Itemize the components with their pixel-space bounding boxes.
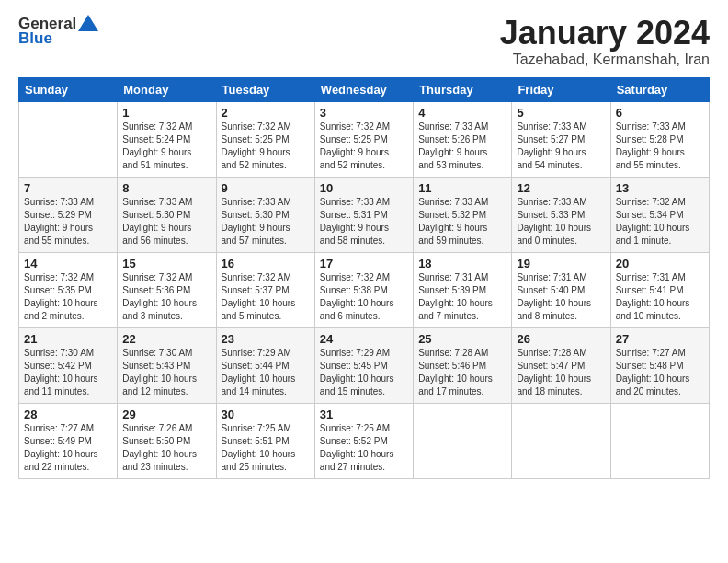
day-number: 9 xyxy=(222,181,310,195)
day-number: 13 xyxy=(616,181,704,195)
table-row: 23Sunrise: 7:29 AM Sunset: 5:44 PM Dayli… xyxy=(216,327,314,403)
day-info: Sunrise: 7:33 AM Sunset: 5:28 PM Dayligh… xyxy=(616,121,704,172)
day-info: Sunrise: 7:30 AM Sunset: 5:42 PM Dayligh… xyxy=(24,347,112,398)
table-row: 6Sunrise: 7:33 AM Sunset: 5:28 PM Daylig… xyxy=(610,101,709,177)
day-number: 20 xyxy=(616,257,704,270)
table-row xyxy=(512,403,610,478)
day-info: Sunrise: 7:29 AM Sunset: 5:45 PM Dayligh… xyxy=(320,347,408,398)
day-info: Sunrise: 7:32 AM Sunset: 5:36 PM Dayligh… xyxy=(122,271,210,323)
table-row: 19Sunrise: 7:31 AM Sunset: 5:40 PM Dayli… xyxy=(512,252,610,327)
logo: General Blue xyxy=(18,15,98,48)
day-number: 17 xyxy=(320,257,408,270)
table-row: 3Sunrise: 7:32 AM Sunset: 5:25 PM Daylig… xyxy=(314,101,413,177)
header-friday: Friday xyxy=(512,77,610,101)
day-number: 11 xyxy=(418,181,506,195)
month-title: January 2024 xyxy=(500,15,710,52)
day-number: 25 xyxy=(418,332,506,346)
table-row xyxy=(19,101,118,177)
table-row: 29Sunrise: 7:26 AM Sunset: 5:50 PM Dayli… xyxy=(118,403,216,478)
day-number: 23 xyxy=(222,332,310,346)
day-info: Sunrise: 7:32 AM Sunset: 5:25 PM Dayligh… xyxy=(222,121,310,172)
header: General Blue January 2024 Tazehabad, Ker… xyxy=(18,15,710,68)
table-row: 9Sunrise: 7:33 AM Sunset: 5:30 PM Daylig… xyxy=(216,177,314,252)
table-row: 2Sunrise: 7:32 AM Sunset: 5:25 PM Daylig… xyxy=(216,101,314,177)
day-number: 4 xyxy=(418,106,506,120)
table-row: 22Sunrise: 7:30 AM Sunset: 5:43 PM Dayli… xyxy=(118,327,216,403)
table-row: 18Sunrise: 7:31 AM Sunset: 5:39 PM Dayli… xyxy=(414,252,512,327)
day-info: Sunrise: 7:33 AM Sunset: 5:31 PM Dayligh… xyxy=(320,196,408,247)
calendar-week-row: 21Sunrise: 7:30 AM Sunset: 5:42 PM Dayli… xyxy=(19,327,710,403)
day-info: Sunrise: 7:32 AM Sunset: 5:34 PM Dayligh… xyxy=(616,196,704,247)
day-info: Sunrise: 7:31 AM Sunset: 5:40 PM Dayligh… xyxy=(517,271,605,323)
day-info: Sunrise: 7:28 AM Sunset: 5:47 PM Dayligh… xyxy=(517,347,605,398)
table-row: 7Sunrise: 7:33 AM Sunset: 5:29 PM Daylig… xyxy=(19,177,118,252)
table-row: 14Sunrise: 7:32 AM Sunset: 5:35 PM Dayli… xyxy=(19,252,118,327)
day-info: Sunrise: 7:33 AM Sunset: 5:26 PM Dayligh… xyxy=(418,121,506,172)
day-number: 2 xyxy=(222,106,310,120)
table-row xyxy=(610,403,709,478)
day-number: 31 xyxy=(320,408,408,421)
day-number: 14 xyxy=(24,257,112,270)
day-number: 19 xyxy=(517,257,605,270)
day-number: 7 xyxy=(24,181,112,195)
calendar-table: Sunday Monday Tuesday Wednesday Thursday… xyxy=(18,77,710,479)
day-info: Sunrise: 7:29 AM Sunset: 5:44 PM Dayligh… xyxy=(222,347,310,398)
day-number: 27 xyxy=(616,332,704,346)
day-info: Sunrise: 7:30 AM Sunset: 5:43 PM Dayligh… xyxy=(122,347,210,398)
day-number: 3 xyxy=(320,106,408,120)
table-row: 24Sunrise: 7:29 AM Sunset: 5:45 PM Dayli… xyxy=(314,327,413,403)
page: General Blue January 2024 Tazehabad, Ker… xyxy=(0,0,728,563)
table-row: 1Sunrise: 7:32 AM Sunset: 5:24 PM Daylig… xyxy=(118,101,216,177)
day-info: Sunrise: 7:33 AM Sunset: 5:33 PM Dayligh… xyxy=(517,196,605,247)
header-wednesday: Wednesday xyxy=(314,77,413,101)
header-tuesday: Tuesday xyxy=(216,77,314,101)
header-thursday: Thursday xyxy=(414,77,512,101)
day-info: Sunrise: 7:25 AM Sunset: 5:51 PM Dayligh… xyxy=(222,422,310,474)
table-row: 28Sunrise: 7:27 AM Sunset: 5:49 PM Dayli… xyxy=(19,403,118,478)
day-number: 12 xyxy=(517,181,605,195)
day-number: 22 xyxy=(122,332,210,346)
table-row: 16Sunrise: 7:32 AM Sunset: 5:37 PM Dayli… xyxy=(216,252,314,327)
table-row: 27Sunrise: 7:27 AM Sunset: 5:48 PM Dayli… xyxy=(610,327,709,403)
day-info: Sunrise: 7:26 AM Sunset: 5:50 PM Dayligh… xyxy=(122,422,210,474)
table-row: 31Sunrise: 7:25 AM Sunset: 5:52 PM Dayli… xyxy=(314,403,413,478)
calendar-week-row: 28Sunrise: 7:27 AM Sunset: 5:49 PM Dayli… xyxy=(19,403,710,478)
title-block: January 2024 Tazehabad, Kermanshah, Iran xyxy=(500,15,710,68)
table-row: 30Sunrise: 7:25 AM Sunset: 5:51 PM Dayli… xyxy=(216,403,314,478)
day-number: 16 xyxy=(222,257,310,270)
day-number: 29 xyxy=(122,408,210,421)
day-number: 8 xyxy=(122,181,210,195)
day-info: Sunrise: 7:31 AM Sunset: 5:41 PM Dayligh… xyxy=(616,271,704,323)
calendar-week-row: 7Sunrise: 7:33 AM Sunset: 5:29 PM Daylig… xyxy=(19,177,710,252)
day-number: 15 xyxy=(122,257,210,270)
table-row: 4Sunrise: 7:33 AM Sunset: 5:26 PM Daylig… xyxy=(414,101,512,177)
day-number: 30 xyxy=(222,408,310,421)
table-row: 20Sunrise: 7:31 AM Sunset: 5:41 PM Dayli… xyxy=(610,252,709,327)
day-info: Sunrise: 7:32 AM Sunset: 5:24 PM Dayligh… xyxy=(122,121,210,172)
location: Tazehabad, Kermanshah, Iran xyxy=(500,52,710,68)
header-monday: Monday xyxy=(118,77,216,101)
table-row: 11Sunrise: 7:33 AM Sunset: 5:32 PM Dayli… xyxy=(414,177,512,252)
day-info: Sunrise: 7:27 AM Sunset: 5:48 PM Dayligh… xyxy=(616,347,704,398)
logo-icon xyxy=(78,15,98,31)
table-row: 13Sunrise: 7:32 AM Sunset: 5:34 PM Dayli… xyxy=(610,177,709,252)
table-row xyxy=(414,403,512,478)
day-number: 24 xyxy=(320,332,408,346)
table-row: 21Sunrise: 7:30 AM Sunset: 5:42 PM Dayli… xyxy=(19,327,118,403)
calendar-week-row: 1Sunrise: 7:32 AM Sunset: 5:24 PM Daylig… xyxy=(19,101,710,177)
day-number: 26 xyxy=(517,332,605,346)
day-info: Sunrise: 7:33 AM Sunset: 5:32 PM Dayligh… xyxy=(418,196,506,247)
day-info: Sunrise: 7:33 AM Sunset: 5:30 PM Dayligh… xyxy=(122,196,210,247)
table-row: 12Sunrise: 7:33 AM Sunset: 5:33 PM Dayli… xyxy=(512,177,610,252)
table-row: 10Sunrise: 7:33 AM Sunset: 5:31 PM Dayli… xyxy=(314,177,413,252)
day-number: 21 xyxy=(24,332,112,346)
day-info: Sunrise: 7:27 AM Sunset: 5:49 PM Dayligh… xyxy=(24,422,112,474)
day-number: 28 xyxy=(24,408,112,421)
svg-marker-0 xyxy=(78,15,98,31)
header-sunday: Sunday xyxy=(19,77,118,101)
table-row: 5Sunrise: 7:33 AM Sunset: 5:27 PM Daylig… xyxy=(512,101,610,177)
day-number: 5 xyxy=(517,106,605,120)
day-info: Sunrise: 7:32 AM Sunset: 5:25 PM Dayligh… xyxy=(320,121,408,172)
day-info: Sunrise: 7:32 AM Sunset: 5:35 PM Dayligh… xyxy=(24,271,112,323)
day-info: Sunrise: 7:32 AM Sunset: 5:37 PM Dayligh… xyxy=(222,271,310,323)
